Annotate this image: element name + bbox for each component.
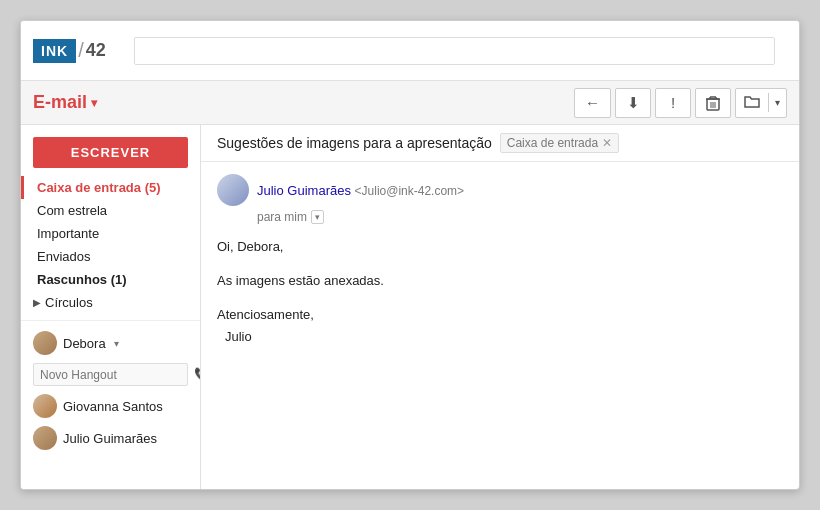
email-view: Sugestões de imagens para a apresentação…	[201, 125, 799, 489]
circles-triangle-icon: ▶	[33, 297, 41, 308]
sidebar-item-circles[interactable]: ▶ Círculos	[21, 291, 200, 314]
toolbar-buttons: ← ⬇ !	[574, 88, 787, 118]
email-body-line4: Julio	[225, 326, 783, 348]
inbox-tag: Caixa de entrada ✕	[500, 133, 619, 153]
avatar-julio	[33, 426, 57, 450]
reply-button[interactable]: ←	[574, 88, 611, 118]
hangout-input-row[interactable]: 📞	[33, 363, 188, 386]
email-body-line1: Oi, Debora,	[217, 236, 783, 258]
sidebar-item-sent[interactable]: Enviados	[21, 245, 200, 268]
email-subject-bar: Sugestões de imagens para a apresentação…	[201, 125, 799, 162]
sidebar-item-drafts[interactable]: Rascunhos (1)	[21, 268, 200, 291]
contact-name-julio: Julio Guimarães	[63, 431, 157, 446]
sidebar-contact-julio[interactable]: Julio Guimarães	[21, 422, 200, 454]
avatar-debora	[33, 331, 57, 355]
sender-email: <Julio@ink-42.com>	[355, 184, 465, 198]
sidebar-item-important[interactable]: Importante	[21, 222, 200, 245]
logo: INK / 42	[33, 39, 106, 63]
top-bar: INK / 42	[21, 21, 799, 81]
sidebar: ESCREVER Caixa de entrada (5) Com estrel…	[21, 125, 201, 489]
user-dropdown-arrow: ▾	[114, 338, 119, 349]
email-subject: Sugestões de imagens para a apresentação	[217, 135, 492, 151]
logo-number: 42	[86, 40, 106, 61]
inbox-tag-label: Caixa de entrada	[507, 136, 598, 150]
logo-ink: INK	[33, 39, 76, 63]
email-text: Oi, Debora, As imagens estão anexadas. A…	[217, 236, 783, 348]
toolbar: E-mail ▾ ← ⬇ !	[21, 81, 799, 125]
inbox-tag-close[interactable]: ✕	[602, 136, 612, 150]
email-body: Julio Guimarães <Julio@ink-42.com> para …	[201, 162, 799, 489]
search-input[interactable]	[134, 37, 775, 65]
avatar-giovanna	[33, 394, 57, 418]
email-from-row: Julio Guimarães <Julio@ink-42.com>	[217, 174, 783, 206]
sender-info: Julio Guimarães <Julio@ink-42.com>	[257, 183, 464, 198]
logo-slash: /	[78, 39, 84, 62]
email-body-line2: As imagens estão anexadas.	[217, 270, 783, 292]
email-body-line3: Atenciosamente,	[217, 304, 783, 326]
inbox-label: Caixa de entrada (5)	[37, 180, 161, 195]
user-name-debora: Debora	[63, 336, 106, 351]
sender-name: Julio Guimarães	[257, 183, 351, 198]
sidebar-user-debora[interactable]: Debora ▾	[21, 327, 200, 359]
to-row: para mim ▾	[257, 210, 783, 224]
sidebar-contact-giovanna[interactable]: Giovanna Santos	[21, 390, 200, 422]
avatar-sender	[217, 174, 249, 206]
contact-name-giovanna: Giovanna Santos	[63, 399, 163, 414]
archive-button[interactable]: ⬇	[615, 88, 651, 118]
main-window: INK / 42 E-mail ▾ ← ⬇ !	[20, 20, 800, 490]
sidebar-item-starred[interactable]: Com estrela	[21, 199, 200, 222]
main-content: ESCREVER Caixa de entrada (5) Com estrel…	[21, 125, 799, 489]
trash-icon	[706, 95, 720, 111]
email-menu[interactable]: E-mail ▾	[33, 92, 97, 113]
email-menu-arrow: ▾	[91, 96, 97, 110]
folder-dropdown-arrow[interactable]: ▾	[768, 93, 786, 112]
delete-button[interactable]	[695, 88, 731, 118]
circles-label: Círculos	[45, 295, 93, 310]
to-dropdown[interactable]: ▾	[311, 210, 324, 224]
report-button[interactable]: !	[655, 88, 691, 118]
sidebar-item-inbox[interactable]: Caixa de entrada (5)	[21, 176, 200, 199]
to-label: para mim	[257, 210, 307, 224]
important-label: Importante	[37, 226, 99, 241]
search-bar[interactable]	[134, 37, 775, 65]
hangout-input[interactable]	[40, 368, 190, 382]
compose-button[interactable]: ESCREVER	[33, 137, 188, 168]
email-menu-label: E-mail	[33, 92, 87, 113]
phone-icon: 📞	[194, 367, 201, 382]
folder-button-split[interactable]: ▾	[735, 88, 787, 118]
drafts-label: Rascunhos (1)	[37, 272, 127, 287]
sidebar-divider	[21, 320, 200, 321]
starred-label: Com estrela	[37, 203, 107, 218]
folder-icon	[736, 90, 768, 115]
sent-label: Enviados	[37, 249, 90, 264]
